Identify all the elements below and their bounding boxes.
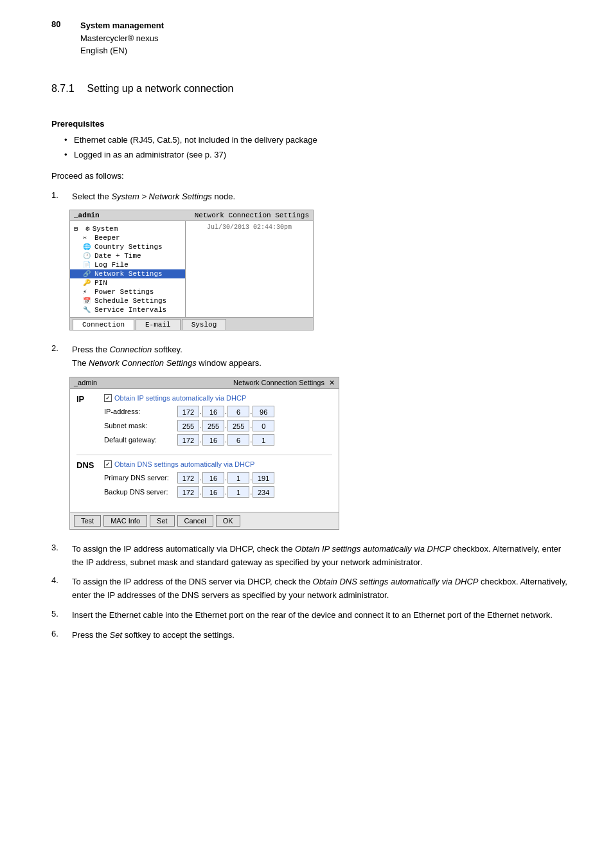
tree-icon-system: ⚙ (85, 224, 90, 233)
step-6-num: 6. (51, 629, 67, 642)
step-6: 6. Press the Set softkey to accept the s… (51, 629, 574, 642)
gateway-octet-2[interactable]: 16 (202, 434, 224, 446)
step-3-text: To assign the IP address automatically v… (72, 543, 574, 570)
step-1: 1. Select the System > Network Settings … (51, 190, 574, 204)
cancel-button[interactable]: Cancel (177, 515, 213, 527)
tab-bar: Connection E-mail Syslog (70, 317, 313, 330)
dns-checkbox-row: ✓ Obtain DNS settings automatically via … (104, 460, 332, 468)
step-2-text: Press the Connection softkey. The Networ… (72, 343, 262, 370)
screenshot-1-content: ⊟ ⚙ System ✂ Beeper 🌐 Country Settings 🕐… (70, 221, 313, 317)
tree-label-schedule: Schedule Settings (94, 297, 166, 305)
pin-icon: 🔑 (83, 279, 92, 287)
primary-dns-octet-3[interactable]: 1 (227, 472, 249, 484)
dns-big-label: DNS (76, 460, 99, 500)
header-text: System management Mastercycler® nexus En… (80, 19, 164, 57)
section-title: Setting up a network connection (87, 83, 234, 95)
list-item: Ethernet cable (RJ45, Cat.5), not includ… (64, 134, 574, 147)
tree-label-logfile: Log File (94, 261, 129, 269)
step-1-text: Select the System > Network Settings nod… (72, 190, 235, 204)
primary-dns-octet-2[interactable]: 16 (202, 472, 224, 484)
ip-octet-2[interactable]: 16 (202, 406, 224, 417)
backup-dns-row: Backup DNS server: 172 . 16 . 1 . 234 (104, 486, 332, 498)
screenshot-2: _admin Network Connection Settings ✕ IP … (69, 377, 339, 530)
title-icon[interactable]: ✕ (329, 379, 335, 386)
ip-dhcp-checkbox[interactable]: ✓ (104, 394, 112, 402)
test-button[interactable]: Test (74, 515, 101, 527)
tree-item-network[interactable]: 🔗 Network Settings (70, 269, 185, 278)
header-line2: Mastercycler® nexus (80, 32, 164, 45)
ip-address-inputs: 172 . 16 . 6 . 96 (177, 406, 274, 417)
gateway-label: Default gateway: (104, 436, 175, 444)
tree-item-beeper[interactable]: ✂ Beeper (70, 233, 185, 242)
tree-item-schedule[interactable]: 📅 Schedule Settings (70, 296, 185, 305)
step-5: 5. Insert the Ethernet cable into the Et… (51, 609, 574, 622)
tree-item-power[interactable]: ⚡ Power Settings (70, 287, 185, 296)
primary-dns-label: Primary DNS server: (104, 474, 175, 482)
tab-email[interactable]: E-mail (136, 319, 181, 330)
ok-button[interactable]: OK (216, 515, 240, 527)
dns-dhcp-checkbox[interactable]: ✓ (104, 460, 112, 468)
logfile-icon: 📄 (83, 261, 92, 269)
tree-item-pin[interactable]: 🔑 PIN (70, 278, 185, 287)
page: 80 System management Mastercycler® nexus… (0, 0, 613, 868)
tree-item-datetime[interactable]: 🕐 Date + Time (70, 251, 185, 260)
ncs-button-bar: Test MAC Info Set Cancel OK (70, 512, 339, 529)
service-icon: 🔧 (83, 306, 92, 314)
subnet-label: Subnet mask: (104, 422, 175, 429)
beeper-icon: ✂ (83, 234, 92, 242)
header-line3: English (EN) (80, 44, 164, 57)
backup-dns-octet-1[interactable]: 172 (177, 486, 199, 498)
dns-fields: ✓ Obtain DNS settings automatically via … (104, 460, 332, 500)
backup-dns-octet-2[interactable]: 16 (202, 486, 224, 498)
prerequisites-list: Ethernet cable (RJ45, Cat.5), not includ… (51, 134, 574, 161)
dns-dhcp-label: Obtain DNS settings automatically via DH… (114, 460, 254, 468)
tree-label-network: Network Settings (94, 270, 163, 278)
schedule-icon: 📅 (83, 297, 92, 305)
primary-dns-octet-1[interactable]: 172 (177, 472, 199, 484)
backup-dns-octet-4[interactable]: 234 (253, 486, 274, 498)
tree-item-system[interactable]: ⊟ ⚙ System (70, 224, 185, 233)
step-4: 4. To assign the IP address of the DNS s… (51, 575, 574, 602)
screenshot-1-title-right: Network Connection Settings (195, 212, 309, 219)
tree-label-power: Power Settings (94, 288, 154, 296)
step-2-italic: Connection (110, 345, 152, 354)
tree-item-country[interactable]: 🌐 Country Settings (70, 242, 185, 251)
step-4-text: To assign the IP address of the DNS serv… (72, 575, 574, 602)
subnet-octet-2[interactable]: 255 (202, 420, 224, 431)
section-number: 8.7.1 (51, 83, 75, 95)
ip-octet-4[interactable]: 96 (253, 406, 274, 417)
subnet-octet-4[interactable]: 0 (253, 420, 274, 431)
step-1-italic: System > Network Settings (111, 192, 211, 201)
tree-label-country: Country Settings (94, 243, 163, 251)
page-number: 80 (51, 19, 67, 29)
tree-item-logfile[interactable]: 📄 Log File (70, 260, 185, 269)
gateway-octet-3[interactable]: 6 (227, 434, 249, 446)
gateway-octet-1[interactable]: 172 (177, 434, 199, 446)
screenshot-1: _admin Network Connection Settings ⊟ ⚙ S… (69, 210, 314, 330)
tree-item-service[interactable]: 🔧 Service Intervals (70, 305, 185, 314)
subnet-octet-1[interactable]: 255 (177, 420, 199, 431)
step-6-italic: Set (110, 630, 123, 640)
backup-dns-octet-3[interactable]: 1 (227, 486, 249, 498)
network-icon: 🔗 (83, 270, 92, 278)
header-line1: System management (80, 19, 164, 32)
subnet-inputs: 255 . 255 . 255 . 0 (177, 420, 274, 431)
tab-syslog[interactable]: Syslog (182, 319, 227, 330)
step-3-num: 3. (51, 543, 67, 570)
primary-dns-row: Primary DNS server: 172 . 16 . 1 . 191 (104, 472, 332, 484)
step-2-sub-italic: Network Connection Settings (89, 358, 197, 368)
gateway-octet-4[interactable]: 1 (253, 434, 274, 446)
separator (76, 455, 332, 455)
mac-info-button[interactable]: MAC Info (103, 515, 147, 527)
ip-octet-3[interactable]: 6 (227, 406, 249, 417)
ip-octet-1[interactable]: 172 (177, 406, 199, 417)
tree-label-system: System (93, 225, 118, 233)
tab-connection[interactable]: Connection (73, 319, 134, 330)
set-button[interactable]: Set (150, 515, 175, 527)
ip-address-label: IP-address: (104, 408, 175, 415)
primary-dns-octet-4[interactable]: 191 (253, 472, 274, 484)
subnet-octet-3[interactable]: 255 (227, 420, 249, 431)
ip-fields: ✓ Obtain IP settings automatically via D… (104, 394, 332, 448)
ip-address-row: IP-address: 172 . 16 . 6 . 96 (104, 406, 332, 417)
proceed-text: Proceed as follows: (51, 171, 574, 181)
